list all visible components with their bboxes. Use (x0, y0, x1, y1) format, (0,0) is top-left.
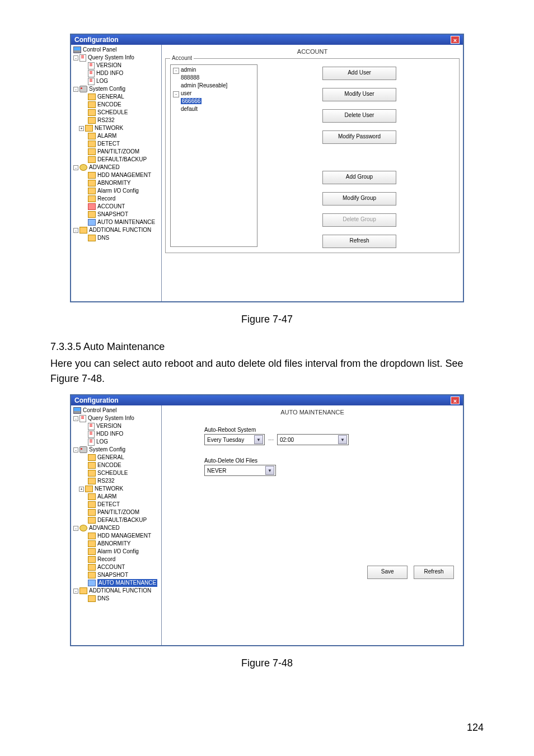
tree-general[interactable]: GENERAL (72, 454, 160, 461)
collapse-icon[interactable]: - (73, 416, 78, 421)
collapse-icon[interactable]: - (73, 526, 78, 531)
tree-pan-tilt-zoom[interactable]: PAN/TILT/ZOOM (72, 148, 160, 156)
expand-icon[interactable]: + (79, 126, 84, 131)
collapse-icon[interactable]: - (73, 87, 78, 92)
add-group-button[interactable]: Add Group (322, 171, 396, 184)
account-user-admin-reuseable[interactable]: admin [Reuseable] (181, 82, 227, 88)
tree-default-backup[interactable]: DEFAULT/BACKUP (72, 516, 160, 524)
add-user-button[interactable]: Add User (322, 67, 396, 80)
expand-icon[interactable]: + (79, 487, 84, 492)
tree-system-config[interactable]: -System Config (72, 85, 160, 93)
refresh-button[interactable]: Refresh (414, 566, 454, 579)
refresh-button[interactable]: Refresh (322, 235, 396, 248)
folder-icon (88, 133, 96, 139)
tree-hdd-info[interactable]: HDD INFO (72, 69, 160, 77)
account-tree[interactable]: -admin 888888 admin [Reuseable] -user 66… (170, 64, 257, 247)
separator: --- (268, 436, 274, 442)
account-user-888888[interactable]: 888888 (181, 74, 199, 81)
account-user-default[interactable]: default (181, 106, 198, 112)
collapse-icon[interactable]: - (173, 91, 179, 97)
tree-detect[interactable]: DETECT (72, 140, 160, 148)
tree-alarm-io-config[interactable]: Alarm I/O Config (72, 548, 160, 556)
folder-icon (88, 203, 96, 210)
folder-icon (88, 548, 96, 555)
collapse-icon[interactable]: - (73, 447, 78, 452)
tree-general[interactable]: GENERAL (72, 93, 160, 101)
close-icon[interactable]: × (451, 396, 460, 404)
collapse-icon[interactable]: - (73, 55, 78, 60)
collapse-icon[interactable]: - (73, 165, 78, 170)
tree-auto-maintenance[interactable]: AUTO MAINTENANCE (72, 579, 160, 587)
gear-icon (79, 525, 87, 531)
modify-password-button[interactable]: Modify Password (322, 130, 396, 144)
folder-icon (88, 556, 96, 563)
folder-icon (88, 172, 96, 179)
account-group-admin[interactable]: admin (181, 67, 196, 73)
tree-version[interactable]: VERSION (72, 422, 160, 430)
tree-system-config[interactable]: -System Config (72, 446, 160, 454)
tree-pan-tilt-zoom[interactable]: PAN/TILT/ZOOM (72, 508, 160, 516)
tree-dns[interactable]: DNS (72, 234, 160, 242)
account-fieldset: Account -admin 888888 admin [Reuseable] … (165, 58, 460, 253)
tree-alarm[interactable]: ALARM (72, 132, 160, 140)
tree-log[interactable]: LOG (72, 438, 160, 446)
folder-icon (88, 94, 96, 100)
auto-reboot-time-select[interactable]: 02:00 ▼ (277, 434, 349, 445)
collapse-icon[interactable]: - (173, 68, 179, 74)
modify-user-button[interactable]: Modify User (322, 88, 396, 101)
modify-group-button[interactable]: Modify Group (322, 192, 396, 206)
save-button[interactable]: Save (367, 566, 407, 579)
tree-network[interactable]: +NETWORK (72, 124, 160, 132)
nav-tree: Control Panel -Query System Info VERSION… (71, 45, 162, 301)
tree-alarm[interactable]: ALARM (72, 493, 160, 501)
tree-encode[interactable]: ENCODE (72, 101, 160, 109)
delete-group-button[interactable]: Delete Group (322, 213, 396, 227)
tree-additional-function[interactable]: -ADDTIONAL FUNCTION (72, 226, 160, 234)
tree-encode[interactable]: ENCODE (72, 461, 160, 469)
tree-record[interactable]: Record (72, 556, 160, 563)
tree-control-panel[interactable]: Control Panel (72, 407, 160, 414)
tree-additional-function[interactable]: -ADDTIONAL FUNCTION (72, 587, 160, 595)
chevron-down-icon: ▼ (265, 466, 274, 475)
doc-icon (88, 62, 95, 69)
tree-rs232[interactable]: RS232 (72, 477, 160, 485)
tree-control-panel[interactable]: Control Panel (72, 46, 160, 54)
tree-query-system-info[interactable]: -Query System Info (72, 414, 160, 422)
tree-abnormity[interactable]: ABNORMITY (72, 179, 160, 187)
tree-alarm-io-config[interactable]: Alarm I/O Config (72, 187, 160, 195)
tree-schedule[interactable]: SCHEDULE (72, 469, 160, 477)
doc-icon (88, 431, 95, 438)
tree-default-backup[interactable]: DEFAULT/BACKUP (72, 156, 160, 164)
tree-dns[interactable]: DNS (72, 595, 160, 603)
tree-snapshot[interactable]: SNAPSHOT (72, 571, 160, 579)
collapse-icon[interactable]: - (73, 228, 78, 233)
delete-user-button[interactable]: Delete User (322, 109, 396, 123)
account-user-666666[interactable]: 666666 (181, 98, 202, 104)
tree-hdd-management[interactable]: HDD MANAGEMENT (72, 171, 160, 179)
tree-account[interactable]: ACCOUNT (72, 203, 160, 211)
tree-version[interactable]: VERSION (72, 62, 160, 69)
tree-hdd-info[interactable]: HDD INFO (72, 430, 160, 438)
auto-delete-select[interactable]: NEVER ▼ (204, 465, 276, 476)
tree-abnormity[interactable]: ABNORMITY (72, 540, 160, 548)
collapse-icon[interactable]: - (73, 589, 78, 594)
account-group-user[interactable]: user (181, 90, 191, 96)
tree-log[interactable]: LOG (72, 77, 160, 85)
tree-record[interactable]: Record (72, 195, 160, 203)
folder-icon (79, 587, 87, 594)
folder-icon (88, 462, 96, 469)
tree-advanced[interactable]: -ADVANCED (72, 164, 160, 171)
tree-schedule[interactable]: SCHEDULE (72, 109, 160, 116)
auto-reboot-day-select[interactable]: Every Tuesday ▼ (204, 434, 265, 445)
tree-rs232[interactable]: RS232 (72, 116, 160, 124)
tree-snapshot[interactable]: SNAPSHOT (72, 211, 160, 218)
tree-network[interactable]: +NETWORK (72, 485, 160, 493)
tree-advanced[interactable]: -ADVANCED (72, 524, 160, 532)
tree-query-system-info[interactable]: -Query System Info (72, 54, 160, 62)
tree-detect[interactable]: DETECT (72, 501, 160, 508)
tree-hdd-management[interactable]: HDD MANAGEMENT (72, 532, 160, 540)
tree-auto-maintenance[interactable]: AUTO MAINTENANCE (72, 218, 160, 226)
folder-icon (88, 117, 96, 124)
close-icon[interactable]: × (451, 36, 460, 44)
tree-account[interactable]: ACCOUNT (72, 563, 160, 571)
